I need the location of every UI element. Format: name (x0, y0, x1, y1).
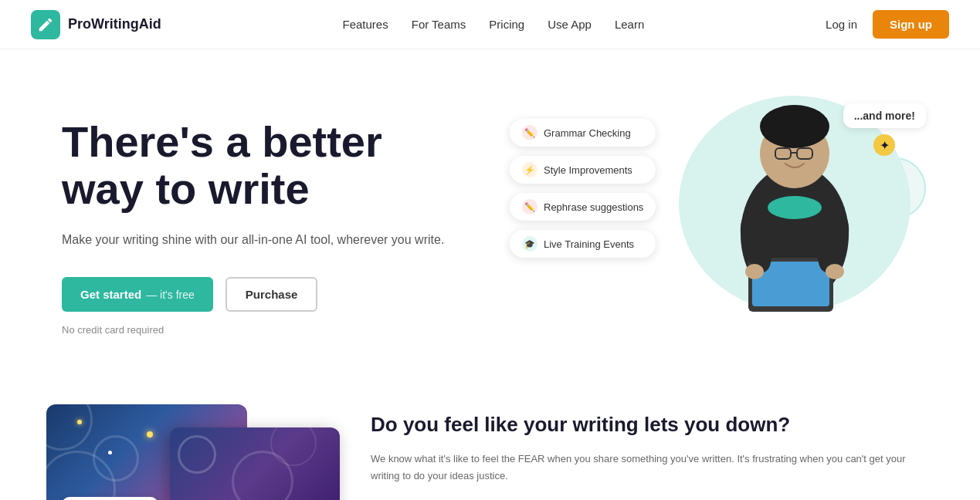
feature-pills: ✏️ Grammar Checking ⚡ Style Improvements… (510, 119, 656, 258)
hero-buttons: Get started — it's free Purchase (62, 277, 463, 312)
logo-link[interactable]: ProWritingAid (31, 10, 161, 39)
get-started-button[interactable]: Get started — it's free (62, 277, 213, 312)
section2-description: We know what it's like to feel the FEAR … (371, 451, 918, 485)
art-card-front (170, 427, 340, 500)
section2-title: Do you feel like your writing lets you d… (371, 412, 918, 438)
more-bubble: ...and more! (843, 103, 926, 128)
sparkle-icon: ✦ (873, 134, 895, 156)
svg-point-10 (745, 264, 764, 279)
rephrase-icon: ✏️ (522, 199, 537, 215)
brand-name: ProWritingAid (68, 16, 161, 32)
nav-for-teams[interactable]: For Teams (412, 18, 466, 31)
idea-tag: My idea in my head (62, 497, 158, 500)
training-icon: 🎓 (522, 236, 537, 252)
login-link[interactable]: Log in (826, 18, 857, 31)
pill-grammar: ✏️ Grammar Checking (510, 119, 656, 147)
signup-button[interactable]: Sign up (873, 10, 949, 39)
section2-text: Do you feel like your writing lets you d… (371, 404, 918, 485)
hero-section: There's a better way to write Make your … (0, 49, 980, 389)
grammar-icon: ✏️ (522, 125, 537, 140)
purchase-button[interactable]: Purchase (226, 277, 318, 312)
no-credit-text: No credit card required (62, 324, 463, 336)
svg-point-11 (826, 264, 844, 279)
section2-images: My idea in my head (46, 404, 309, 500)
hero-visual: ...and more! ✦ (510, 96, 934, 358)
nav-pricing[interactable]: Pricing (489, 18, 524, 31)
section2: My idea in my head Do you feel like your… (0, 389, 980, 500)
hero-content: There's a better way to write Make your … (62, 118, 463, 336)
pill-style: ⚡ Style Improvements (510, 156, 656, 184)
pill-rephrase: ✏️ Rephrase suggestions (510, 193, 656, 221)
svg-point-2 (760, 105, 829, 148)
navbar: ProWritingAid Features For Teams Pricing… (0, 0, 980, 49)
logo-svg (37, 16, 54, 33)
style-icon: ⚡ (522, 162, 537, 177)
nav-use-app[interactable]: Use App (548, 18, 592, 31)
hero-subtitle: Make your writing shine with our all-in-… (62, 230, 463, 250)
hero-title: There's a better way to write (62, 118, 463, 213)
nav-links: Features For Teams Pricing Use App Learn (343, 18, 645, 32)
logo-icon (31, 10, 60, 39)
svg-point-12 (768, 196, 822, 219)
nav-learn[interactable]: Learn (615, 18, 644, 31)
pill-training: 🎓 Live Training Events (510, 230, 656, 258)
nav-features[interactable]: Features (343, 18, 388, 31)
nav-actions: Log in Sign up (826, 10, 949, 39)
